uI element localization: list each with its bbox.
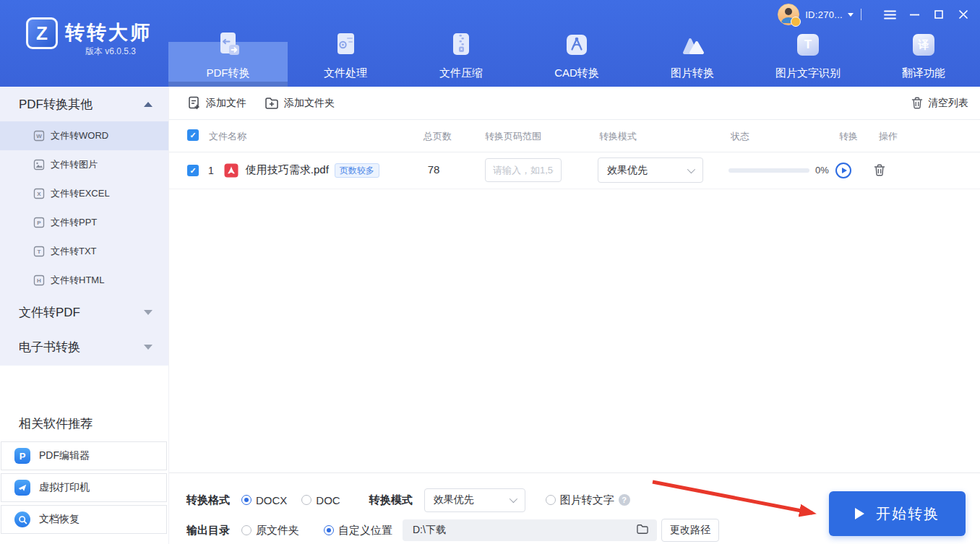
folder-icon[interactable] [636,524,649,537]
pdf-editor-icon: P [14,448,30,464]
sidebar-section-to-pdf[interactable]: 文件转PDF [0,296,168,328]
row-delete-button[interactable] [874,164,885,179]
col-status: 状态 [731,130,749,143]
col-file-name: 文件名称 [209,130,246,143]
change-path-button[interactable]: 更改路径 [661,519,719,542]
sidebar-item-to-txt[interactable]: T 文件转TXT [0,237,168,266]
settings-panel: 转换格式 DOCX DOC 转换模式 效果优先 图片转文字 [169,472,980,544]
svg-text:W: W [36,133,42,139]
pdf-convert-icon [212,29,244,61]
window-controls: ID:270... [778,4,970,25]
add-file-button[interactable]: 添加文件 [187,87,246,119]
svg-text:X: X [37,191,41,197]
add-folder-icon [265,97,279,110]
ocr-icon: T [792,29,824,61]
expand-caret-icon [144,345,152,350]
menu-icon[interactable] [883,8,896,21]
app-logo-icon: Z [26,17,58,49]
help-icon[interactable]: ? [619,494,630,506]
row-convert-play-button[interactable] [835,163,851,178]
radio-doc[interactable]: DOC [301,494,340,506]
svg-text:P: P [37,220,41,226]
recommend-pdf-editor[interactable]: P PDF编辑器 [1,441,167,470]
tab-file-compress[interactable]: 文件压缩 [403,0,519,87]
user-id[interactable]: ID:270... [805,9,843,20]
output-path-field[interactable]: D:\下载 [403,519,657,541]
ppt-file-icon: P [33,217,45,228]
sidebar-item-to-ppt[interactable]: P 文件转PPT [0,208,168,237]
radio-icon [301,495,311,505]
progress-bar [728,168,809,173]
close-icon[interactable] [957,8,970,21]
maximize-icon[interactable] [932,8,945,21]
sidebar-item-to-excel[interactable]: X 文件转EXCEL [0,179,168,208]
tab-file-process[interactable]: 文件处理 [288,0,403,87]
col-mode: 转换模式 [599,130,637,143]
add-folder-button[interactable]: 添加文件夹 [265,87,335,119]
radio-custom-location[interactable]: 自定义位置 [324,524,392,537]
mode-label: 转换模式 [369,493,413,507]
radio-docx[interactable]: DOCX [241,494,287,506]
collapse-caret-icon [144,102,152,107]
mode-select[interactable]: 效果优先 [424,488,525,512]
col-total-pages: 总页数 [424,130,452,143]
add-file-icon [187,96,201,110]
title-bar: Z 转转大师 版本 v6.0.5.3 PDF转换 [0,0,980,87]
cad-convert-icon [561,29,593,61]
pages-badge: 页数较多 [335,163,379,178]
user-menu-caret-icon[interactable] [848,13,854,17]
translate-icon: 译 [908,29,940,61]
html-file-icon: H [33,275,45,286]
radio-icon [546,495,556,505]
recommend-title: 相关软件推荐 [19,415,93,432]
pdf-file-icon [224,163,238,178]
sidebar: PDF转换其他 W 文件转WORD 文件转图片 X 文件转EXCEL [0,87,168,544]
app-version: 版本 v6.0.5.3 [85,46,136,58]
clear-list-button[interactable]: 清空列表 [911,87,968,119]
tab-pdf-convert[interactable]: PDF转换 [168,0,288,87]
radio-icon [241,525,252,535]
select-all-checkbox[interactable] [187,129,199,141]
recommend-doc-recovery[interactable]: 文档恢复 [1,505,167,534]
row-checkbox[interactable] [187,165,199,176]
table-header: 文件名称 总页数 转换页码范围 转换模式 状态 转换 操作 [169,119,980,152]
col-page-range: 转换页码范围 [485,130,541,143]
user-avatar[interactable] [778,4,799,25]
radio-source-folder[interactable]: 原文件夹 [241,524,299,537]
page-range-input[interactable] [485,158,562,182]
sidebar-item-to-image[interactable]: 文件转图片 [0,150,168,179]
output-path-value: D:\下载 [413,524,446,537]
sidebar-menu: PDF转换其他 W 文件转WORD 文件转图片 X 文件转EXCEL [0,87,168,366]
format-row: 转换格式 DOCX DOC 转换模式 效果优先 图片转文字 [186,488,630,511]
radio-icon [241,495,252,505]
sidebar-section-ebook[interactable]: 电子书转换 [0,331,168,363]
sidebar-item-to-html[interactable]: H 文件转HTML [0,266,168,295]
expand-caret-icon [144,310,152,315]
play-icon [855,508,864,519]
tab-cad-convert[interactable]: CAD转换 [519,0,635,87]
output-label: 输出目录 [186,524,230,537]
tab-image-convert[interactable]: 图片转换 [635,0,750,87]
format-label: 转换格式 [186,493,230,507]
total-pages-value: 78 [419,163,448,176]
divider [861,9,861,20]
word-file-icon: W [33,130,45,142]
play-icon [842,168,847,173]
image-convert-icon [676,29,708,61]
sidebar-item-to-word[interactable]: W 文件转WORD [0,121,168,150]
radio-ocr[interactable]: 图片转文字 [546,493,614,507]
output-row: 输出目录 原文件夹 自定义位置 D:\下载 更改路径 [186,519,719,542]
sidebar-section-pdf-other[interactable]: PDF转换其他 [0,88,168,120]
recommend-virtual-printer[interactable]: 虚拟打印机 [1,473,167,502]
app-window: Z 转转大师 版本 v6.0.5.3 PDF转换 [0,0,980,544]
vip-badge-icon [791,17,801,27]
start-convert-button[interactable]: 开始转换 [829,491,966,536]
table-row: 1 使用技巧需求.pdf 页数较多 78 效果优先 0% [169,152,980,189]
row-mode-select[interactable]: 效果优先 [598,157,703,183]
progress-percent: 0% [815,165,829,176]
excel-file-icon: X [33,188,45,199]
file-name: 使用技巧需求.pdf [246,163,329,177]
app-title: 转转大师 [65,20,152,46]
minimize-icon[interactable] [908,8,921,21]
col-convert: 转换 [839,130,858,143]
